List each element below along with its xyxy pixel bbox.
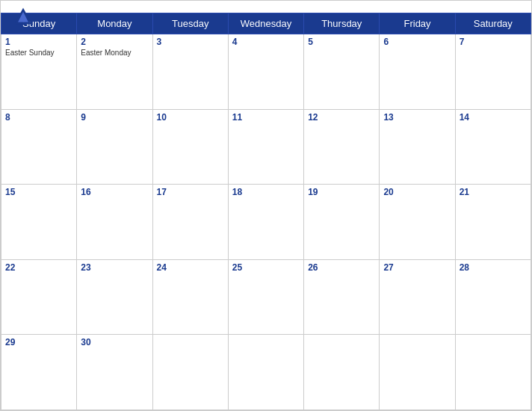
day-number: 17: [157, 187, 224, 197]
day-cell: [380, 335, 455, 410]
header-friday: Friday: [380, 13, 455, 34]
day-cell: 29: [1, 335, 77, 410]
day-number: 29: [5, 337, 72, 347]
day-number: 3: [157, 37, 224, 47]
day-cell: [228, 335, 303, 410]
day-cell: 7: [455, 34, 531, 110]
day-number: 9: [81, 112, 148, 123]
week-row-5: 2930: [1, 335, 531, 410]
week-row-2: 891011121314: [1, 109, 531, 185]
day-number: 7: [460, 37, 527, 47]
day-number: 2: [81, 37, 148, 47]
day-number: 19: [308, 187, 375, 197]
day-number: 24: [157, 262, 224, 273]
day-cell: 26: [304, 259, 380, 335]
svg-rect-2: [16, 22, 31, 25]
header-saturday: Saturday: [455, 13, 531, 34]
day-cell: 3: [152, 34, 228, 110]
day-number: 11: [232, 112, 300, 123]
day-cell: 11: [228, 109, 303, 185]
day-cell: 13: [380, 109, 455, 185]
day-cell: 21: [455, 185, 531, 260]
header-tuesday: Tuesday: [152, 13, 228, 34]
day-cell: 16: [77, 185, 152, 260]
day-number: 6: [383, 37, 451, 47]
day-cell: 1Easter Sunday: [1, 34, 77, 110]
day-cell: 24: [152, 259, 228, 335]
day-cell: [455, 335, 531, 410]
day-number: 20: [383, 187, 451, 197]
day-number: 28: [460, 262, 527, 273]
holiday-label: Easter Sunday: [5, 49, 72, 57]
day-cell: 27: [380, 259, 455, 335]
day-number: 14: [460, 112, 527, 123]
day-number: 15: [5, 187, 72, 197]
day-number: 16: [81, 187, 148, 197]
day-number: 13: [383, 112, 451, 123]
day-number: 21: [460, 187, 527, 197]
day-cell: [304, 335, 380, 410]
day-cell: 17: [152, 185, 228, 260]
calendar-header: [1, 1, 531, 13]
day-number: 10: [157, 112, 224, 123]
week-row-1: 1Easter Sunday2Easter Monday34567: [1, 34, 531, 110]
header-thursday: Thursday: [304, 13, 380, 34]
day-cell: 6: [380, 34, 455, 110]
weekday-header-row: Sunday Monday Tuesday Wednesday Thursday…: [1, 13, 531, 34]
calendar-container: Sunday Monday Tuesday Wednesday Thursday…: [0, 0, 532, 411]
week-row-4: 22232425262728: [1, 259, 531, 335]
day-cell: 4: [228, 34, 303, 110]
day-number: 4: [232, 37, 300, 47]
day-cell: 30: [77, 335, 152, 410]
day-cell: 23: [77, 259, 152, 335]
day-cell: 15: [1, 185, 77, 260]
day-number: 30: [81, 337, 148, 347]
day-cell: 9: [77, 109, 152, 185]
day-cell: 28: [455, 259, 531, 335]
day-cell: 8: [1, 109, 77, 185]
day-cell: [152, 335, 228, 410]
header-monday: Monday: [77, 13, 152, 34]
day-number: 26: [308, 262, 375, 273]
day-cell: 18: [228, 185, 303, 260]
day-number: 18: [232, 187, 300, 197]
day-cell: 19: [304, 185, 380, 260]
day-cell: 22: [1, 259, 77, 335]
week-row-3: 15161718192021: [1, 185, 531, 260]
day-cell: 12: [304, 109, 380, 185]
day-cell: 14: [455, 109, 531, 185]
day-cell: 10: [152, 109, 228, 185]
day-number: 5: [308, 37, 375, 47]
day-number: 27: [383, 262, 451, 273]
day-number: 23: [81, 262, 148, 273]
day-cell: 20: [380, 185, 455, 260]
day-number: 22: [5, 262, 72, 273]
holiday-label: Easter Monday: [81, 49, 148, 57]
day-cell: 2Easter Monday: [77, 34, 152, 110]
day-cell: 25: [228, 259, 303, 335]
day-number: 8: [5, 112, 72, 123]
day-number: 25: [232, 262, 300, 273]
calendar-table: Sunday Monday Tuesday Wednesday Thursday…: [1, 13, 531, 410]
logo-icon: [13, 5, 34, 26]
logo-area: [13, 5, 37, 26]
header-wednesday: Wednesday: [228, 13, 303, 34]
day-number: 12: [308, 112, 375, 123]
day-cell: 5: [304, 34, 380, 110]
day-number: 1: [5, 37, 72, 47]
